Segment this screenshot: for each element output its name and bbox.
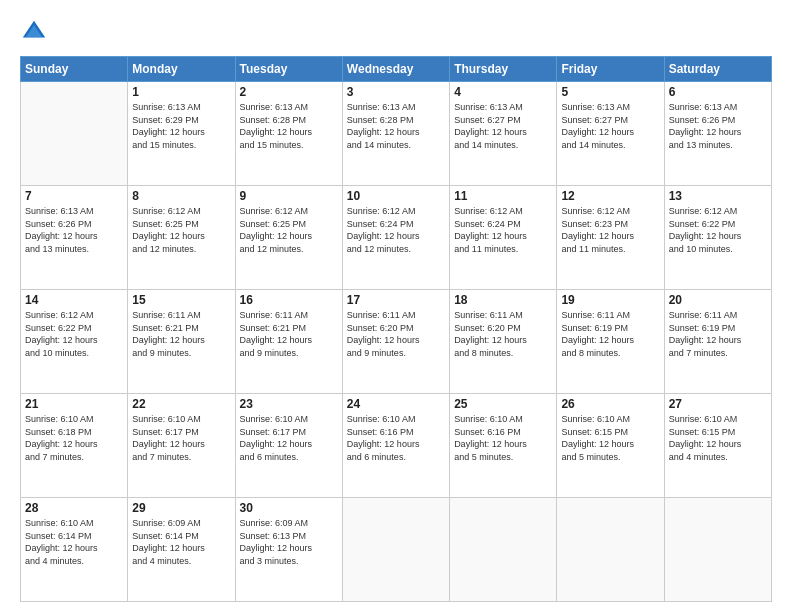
header-saturday: Saturday <box>664 57 771 82</box>
day-info: Sunrise: 6:09 AM Sunset: 6:13 PM Dayligh… <box>240 517 338 567</box>
day-info: Sunrise: 6:13 AM Sunset: 6:27 PM Dayligh… <box>454 101 552 151</box>
day-number: 6 <box>669 85 767 99</box>
calendar-cell: 11Sunrise: 6:12 AM Sunset: 6:24 PM Dayli… <box>450 186 557 290</box>
day-number: 21 <box>25 397 123 411</box>
calendar-week-0: 1Sunrise: 6:13 AM Sunset: 6:29 PM Daylig… <box>21 82 772 186</box>
header-tuesday: Tuesday <box>235 57 342 82</box>
day-number: 11 <box>454 189 552 203</box>
header-wednesday: Wednesday <box>342 57 449 82</box>
calendar-cell: 1Sunrise: 6:13 AM Sunset: 6:29 PM Daylig… <box>128 82 235 186</box>
calendar-cell: 8Sunrise: 6:12 AM Sunset: 6:25 PM Daylig… <box>128 186 235 290</box>
day-number: 8 <box>132 189 230 203</box>
calendar-cell: 12Sunrise: 6:12 AM Sunset: 6:23 PM Dayli… <box>557 186 664 290</box>
day-number: 13 <box>669 189 767 203</box>
calendar-week-1: 7Sunrise: 6:13 AM Sunset: 6:26 PM Daylig… <box>21 186 772 290</box>
day-info: Sunrise: 6:10 AM Sunset: 6:17 PM Dayligh… <box>132 413 230 463</box>
calendar-cell: 22Sunrise: 6:10 AM Sunset: 6:17 PM Dayli… <box>128 394 235 498</box>
day-info: Sunrise: 6:12 AM Sunset: 6:25 PM Dayligh… <box>240 205 338 255</box>
calendar-cell: 25Sunrise: 6:10 AM Sunset: 6:16 PM Dayli… <box>450 394 557 498</box>
calendar-cell <box>557 498 664 602</box>
day-number: 1 <box>132 85 230 99</box>
calendar-cell: 4Sunrise: 6:13 AM Sunset: 6:27 PM Daylig… <box>450 82 557 186</box>
day-info: Sunrise: 6:13 AM Sunset: 6:27 PM Dayligh… <box>561 101 659 151</box>
day-number: 17 <box>347 293 445 307</box>
day-info: Sunrise: 6:11 AM Sunset: 6:21 PM Dayligh… <box>240 309 338 359</box>
day-info: Sunrise: 6:10 AM Sunset: 6:17 PM Dayligh… <box>240 413 338 463</box>
calendar-cell: 6Sunrise: 6:13 AM Sunset: 6:26 PM Daylig… <box>664 82 771 186</box>
day-number: 19 <box>561 293 659 307</box>
day-number: 7 <box>25 189 123 203</box>
calendar-cell <box>664 498 771 602</box>
calendar-week-4: 28Sunrise: 6:10 AM Sunset: 6:14 PM Dayli… <box>21 498 772 602</box>
calendar-cell: 20Sunrise: 6:11 AM Sunset: 6:19 PM Dayli… <box>664 290 771 394</box>
day-number: 30 <box>240 501 338 515</box>
day-number: 16 <box>240 293 338 307</box>
calendar-cell <box>342 498 449 602</box>
calendar-cell: 18Sunrise: 6:11 AM Sunset: 6:20 PM Dayli… <box>450 290 557 394</box>
day-number: 29 <box>132 501 230 515</box>
calendar-cell: 13Sunrise: 6:12 AM Sunset: 6:22 PM Dayli… <box>664 186 771 290</box>
calendar-cell <box>450 498 557 602</box>
logo <box>20 18 52 46</box>
day-info: Sunrise: 6:13 AM Sunset: 6:26 PM Dayligh… <box>25 205 123 255</box>
day-number: 20 <box>669 293 767 307</box>
calendar-cell: 29Sunrise: 6:09 AM Sunset: 6:14 PM Dayli… <box>128 498 235 602</box>
day-info: Sunrise: 6:10 AM Sunset: 6:15 PM Dayligh… <box>561 413 659 463</box>
calendar-cell: 10Sunrise: 6:12 AM Sunset: 6:24 PM Dayli… <box>342 186 449 290</box>
calendar-cell: 30Sunrise: 6:09 AM Sunset: 6:13 PM Dayli… <box>235 498 342 602</box>
day-number: 3 <box>347 85 445 99</box>
day-number: 14 <box>25 293 123 307</box>
header-friday: Friday <box>557 57 664 82</box>
day-number: 24 <box>347 397 445 411</box>
calendar-header-row: SundayMondayTuesdayWednesdayThursdayFrid… <box>21 57 772 82</box>
day-number: 28 <box>25 501 123 515</box>
day-number: 27 <box>669 397 767 411</box>
day-info: Sunrise: 6:13 AM Sunset: 6:28 PM Dayligh… <box>347 101 445 151</box>
day-number: 9 <box>240 189 338 203</box>
day-info: Sunrise: 6:11 AM Sunset: 6:19 PM Dayligh… <box>669 309 767 359</box>
calendar-cell: 27Sunrise: 6:10 AM Sunset: 6:15 PM Dayli… <box>664 394 771 498</box>
day-info: Sunrise: 6:09 AM Sunset: 6:14 PM Dayligh… <box>132 517 230 567</box>
logo-icon <box>20 18 48 46</box>
day-number: 15 <box>132 293 230 307</box>
day-number: 22 <box>132 397 230 411</box>
calendar-cell <box>21 82 128 186</box>
header <box>20 18 772 46</box>
day-number: 25 <box>454 397 552 411</box>
calendar-cell: 7Sunrise: 6:13 AM Sunset: 6:26 PM Daylig… <box>21 186 128 290</box>
day-info: Sunrise: 6:10 AM Sunset: 6:14 PM Dayligh… <box>25 517 123 567</box>
day-number: 23 <box>240 397 338 411</box>
calendar-cell: 17Sunrise: 6:11 AM Sunset: 6:20 PM Dayli… <box>342 290 449 394</box>
day-info: Sunrise: 6:10 AM Sunset: 6:15 PM Dayligh… <box>669 413 767 463</box>
day-info: Sunrise: 6:12 AM Sunset: 6:22 PM Dayligh… <box>25 309 123 359</box>
calendar-cell: 9Sunrise: 6:12 AM Sunset: 6:25 PM Daylig… <box>235 186 342 290</box>
day-info: Sunrise: 6:13 AM Sunset: 6:29 PM Dayligh… <box>132 101 230 151</box>
day-number: 4 <box>454 85 552 99</box>
day-info: Sunrise: 6:10 AM Sunset: 6:18 PM Dayligh… <box>25 413 123 463</box>
day-number: 12 <box>561 189 659 203</box>
day-number: 5 <box>561 85 659 99</box>
day-info: Sunrise: 6:13 AM Sunset: 6:28 PM Dayligh… <box>240 101 338 151</box>
calendar-cell: 23Sunrise: 6:10 AM Sunset: 6:17 PM Dayli… <box>235 394 342 498</box>
page: SundayMondayTuesdayWednesdayThursdayFrid… <box>0 0 792 612</box>
day-info: Sunrise: 6:12 AM Sunset: 6:24 PM Dayligh… <box>347 205 445 255</box>
calendar-cell: 26Sunrise: 6:10 AM Sunset: 6:15 PM Dayli… <box>557 394 664 498</box>
day-info: Sunrise: 6:10 AM Sunset: 6:16 PM Dayligh… <box>454 413 552 463</box>
calendar-cell: 16Sunrise: 6:11 AM Sunset: 6:21 PM Dayli… <box>235 290 342 394</box>
day-info: Sunrise: 6:12 AM Sunset: 6:25 PM Dayligh… <box>132 205 230 255</box>
day-info: Sunrise: 6:12 AM Sunset: 6:23 PM Dayligh… <box>561 205 659 255</box>
calendar-week-2: 14Sunrise: 6:12 AM Sunset: 6:22 PM Dayli… <box>21 290 772 394</box>
calendar-cell: 2Sunrise: 6:13 AM Sunset: 6:28 PM Daylig… <box>235 82 342 186</box>
day-number: 18 <box>454 293 552 307</box>
calendar-cell: 14Sunrise: 6:12 AM Sunset: 6:22 PM Dayli… <box>21 290 128 394</box>
calendar: SundayMondayTuesdayWednesdayThursdayFrid… <box>20 56 772 602</box>
calendar-cell: 28Sunrise: 6:10 AM Sunset: 6:14 PM Dayli… <box>21 498 128 602</box>
day-info: Sunrise: 6:10 AM Sunset: 6:16 PM Dayligh… <box>347 413 445 463</box>
calendar-cell: 3Sunrise: 6:13 AM Sunset: 6:28 PM Daylig… <box>342 82 449 186</box>
calendar-cell: 19Sunrise: 6:11 AM Sunset: 6:19 PM Dayli… <box>557 290 664 394</box>
header-monday: Monday <box>128 57 235 82</box>
header-sunday: Sunday <box>21 57 128 82</box>
day-info: Sunrise: 6:11 AM Sunset: 6:20 PM Dayligh… <box>454 309 552 359</box>
day-info: Sunrise: 6:11 AM Sunset: 6:20 PM Dayligh… <box>347 309 445 359</box>
day-number: 10 <box>347 189 445 203</box>
